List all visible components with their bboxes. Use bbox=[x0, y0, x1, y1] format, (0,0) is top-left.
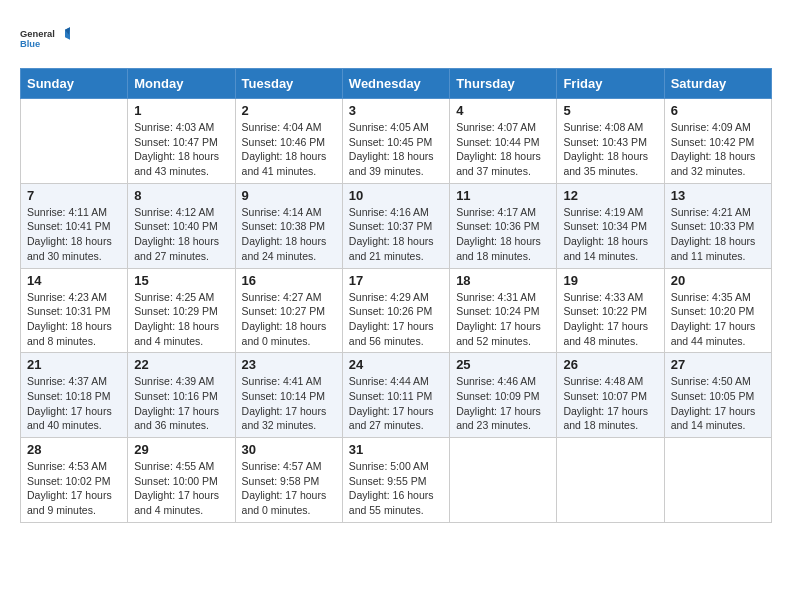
calendar-cell: 16Sunrise: 4:27 AM Sunset: 10:27 PM Dayl… bbox=[235, 268, 342, 353]
day-number: 12 bbox=[563, 188, 657, 203]
day-info: Sunrise: 4:27 AM Sunset: 10:27 PM Daylig… bbox=[242, 290, 336, 349]
week-row-1: 1Sunrise: 4:03 AM Sunset: 10:47 PM Dayli… bbox=[21, 99, 772, 184]
day-number: 11 bbox=[456, 188, 550, 203]
day-number: 13 bbox=[671, 188, 765, 203]
calendar-cell: 25Sunrise: 4:46 AM Sunset: 10:09 PM Dayl… bbox=[450, 353, 557, 438]
weekday-header-thursday: Thursday bbox=[450, 69, 557, 99]
day-info: Sunrise: 4:23 AM Sunset: 10:31 PM Daylig… bbox=[27, 290, 121, 349]
day-number: 14 bbox=[27, 273, 121, 288]
day-info: Sunrise: 4:11 AM Sunset: 10:41 PM Daylig… bbox=[27, 205, 121, 264]
week-row-3: 14Sunrise: 4:23 AM Sunset: 10:31 PM Dayl… bbox=[21, 268, 772, 353]
calendar-cell: 13Sunrise: 4:21 AM Sunset: 10:33 PM Dayl… bbox=[664, 183, 771, 268]
day-number: 4 bbox=[456, 103, 550, 118]
day-number: 9 bbox=[242, 188, 336, 203]
calendar-cell: 8Sunrise: 4:12 AM Sunset: 10:40 PM Dayli… bbox=[128, 183, 235, 268]
day-number: 19 bbox=[563, 273, 657, 288]
calendar-cell: 7Sunrise: 4:11 AM Sunset: 10:41 PM Dayli… bbox=[21, 183, 128, 268]
weekday-header-sunday: Sunday bbox=[21, 69, 128, 99]
calendar-cell: 2Sunrise: 4:04 AM Sunset: 10:46 PM Dayli… bbox=[235, 99, 342, 184]
day-number: 16 bbox=[242, 273, 336, 288]
calendar-cell: 10Sunrise: 4:16 AM Sunset: 10:37 PM Dayl… bbox=[342, 183, 449, 268]
day-info: Sunrise: 4:19 AM Sunset: 10:34 PM Daylig… bbox=[563, 205, 657, 264]
weekday-header-wednesday: Wednesday bbox=[342, 69, 449, 99]
day-info: Sunrise: 4:48 AM Sunset: 10:07 PM Daylig… bbox=[563, 374, 657, 433]
day-info: Sunrise: 4:41 AM Sunset: 10:14 PM Daylig… bbox=[242, 374, 336, 433]
calendar-cell bbox=[450, 438, 557, 523]
day-number: 10 bbox=[349, 188, 443, 203]
day-info: Sunrise: 4:29 AM Sunset: 10:26 PM Daylig… bbox=[349, 290, 443, 349]
day-number: 15 bbox=[134, 273, 228, 288]
calendar-cell bbox=[21, 99, 128, 184]
day-number: 20 bbox=[671, 273, 765, 288]
calendar-cell: 27Sunrise: 4:50 AM Sunset: 10:05 PM Dayl… bbox=[664, 353, 771, 438]
day-number: 2 bbox=[242, 103, 336, 118]
calendar-cell: 18Sunrise: 4:31 AM Sunset: 10:24 PM Dayl… bbox=[450, 268, 557, 353]
logo: General Blue bbox=[20, 20, 70, 58]
calendar-cell: 9Sunrise: 4:14 AM Sunset: 10:38 PM Dayli… bbox=[235, 183, 342, 268]
day-info: Sunrise: 4:21 AM Sunset: 10:33 PM Daylig… bbox=[671, 205, 765, 264]
day-info: Sunrise: 4:14 AM Sunset: 10:38 PM Daylig… bbox=[242, 205, 336, 264]
calendar-cell: 31Sunrise: 5:00 AM Sunset: 9:55 PM Dayli… bbox=[342, 438, 449, 523]
day-info: Sunrise: 4:55 AM Sunset: 10:00 PM Daylig… bbox=[134, 459, 228, 518]
day-number: 23 bbox=[242, 357, 336, 372]
day-info: Sunrise: 4:17 AM Sunset: 10:36 PM Daylig… bbox=[456, 205, 550, 264]
day-info: Sunrise: 4:16 AM Sunset: 10:37 PM Daylig… bbox=[349, 205, 443, 264]
day-info: Sunrise: 4:31 AM Sunset: 10:24 PM Daylig… bbox=[456, 290, 550, 349]
day-number: 18 bbox=[456, 273, 550, 288]
calendar-cell: 6Sunrise: 4:09 AM Sunset: 10:42 PM Dayli… bbox=[664, 99, 771, 184]
day-info: Sunrise: 4:37 AM Sunset: 10:18 PM Daylig… bbox=[27, 374, 121, 433]
calendar-cell bbox=[664, 438, 771, 523]
weekday-header-saturday: Saturday bbox=[664, 69, 771, 99]
calendar-cell: 26Sunrise: 4:48 AM Sunset: 10:07 PM Dayl… bbox=[557, 353, 664, 438]
day-number: 30 bbox=[242, 442, 336, 457]
calendar-cell: 29Sunrise: 4:55 AM Sunset: 10:00 PM Dayl… bbox=[128, 438, 235, 523]
day-info: Sunrise: 4:57 AM Sunset: 9:58 PM Dayligh… bbox=[242, 459, 336, 518]
day-info: Sunrise: 5:00 AM Sunset: 9:55 PM Dayligh… bbox=[349, 459, 443, 518]
day-number: 17 bbox=[349, 273, 443, 288]
week-row-2: 7Sunrise: 4:11 AM Sunset: 10:41 PM Dayli… bbox=[21, 183, 772, 268]
calendar-cell: 3Sunrise: 4:05 AM Sunset: 10:45 PM Dayli… bbox=[342, 99, 449, 184]
calendar-cell: 30Sunrise: 4:57 AM Sunset: 9:58 PM Dayli… bbox=[235, 438, 342, 523]
week-row-4: 21Sunrise: 4:37 AM Sunset: 10:18 PM Dayl… bbox=[21, 353, 772, 438]
weekday-header-tuesday: Tuesday bbox=[235, 69, 342, 99]
day-number: 6 bbox=[671, 103, 765, 118]
calendar-cell: 19Sunrise: 4:33 AM Sunset: 10:22 PM Dayl… bbox=[557, 268, 664, 353]
calendar-cell: 24Sunrise: 4:44 AM Sunset: 10:11 PM Dayl… bbox=[342, 353, 449, 438]
day-number: 7 bbox=[27, 188, 121, 203]
day-info: Sunrise: 4:46 AM Sunset: 10:09 PM Daylig… bbox=[456, 374, 550, 433]
calendar-table: SundayMondayTuesdayWednesdayThursdayFrid… bbox=[20, 68, 772, 523]
calendar-cell: 4Sunrise: 4:07 AM Sunset: 10:44 PM Dayli… bbox=[450, 99, 557, 184]
calendar-cell: 1Sunrise: 4:03 AM Sunset: 10:47 PM Dayli… bbox=[128, 99, 235, 184]
day-number: 1 bbox=[134, 103, 228, 118]
day-info: Sunrise: 4:05 AM Sunset: 10:45 PM Daylig… bbox=[349, 120, 443, 179]
calendar-cell: 28Sunrise: 4:53 AM Sunset: 10:02 PM Dayl… bbox=[21, 438, 128, 523]
day-number: 24 bbox=[349, 357, 443, 372]
calendar-cell: 23Sunrise: 4:41 AM Sunset: 10:14 PM Dayl… bbox=[235, 353, 342, 438]
calendar-cell: 20Sunrise: 4:35 AM Sunset: 10:20 PM Dayl… bbox=[664, 268, 771, 353]
svg-text:General: General bbox=[20, 29, 55, 39]
calendar-cell: 11Sunrise: 4:17 AM Sunset: 10:36 PM Dayl… bbox=[450, 183, 557, 268]
logo-svg: General Blue bbox=[20, 20, 70, 58]
weekday-header-row: SundayMondayTuesdayWednesdayThursdayFrid… bbox=[21, 69, 772, 99]
weekday-header-monday: Monday bbox=[128, 69, 235, 99]
calendar-cell bbox=[557, 438, 664, 523]
day-info: Sunrise: 4:12 AM Sunset: 10:40 PM Daylig… bbox=[134, 205, 228, 264]
day-info: Sunrise: 4:04 AM Sunset: 10:46 PM Daylig… bbox=[242, 120, 336, 179]
day-info: Sunrise: 4:33 AM Sunset: 10:22 PM Daylig… bbox=[563, 290, 657, 349]
calendar-cell: 12Sunrise: 4:19 AM Sunset: 10:34 PM Dayl… bbox=[557, 183, 664, 268]
day-info: Sunrise: 4:50 AM Sunset: 10:05 PM Daylig… bbox=[671, 374, 765, 433]
weekday-header-friday: Friday bbox=[557, 69, 664, 99]
day-number: 22 bbox=[134, 357, 228, 372]
day-info: Sunrise: 4:08 AM Sunset: 10:43 PM Daylig… bbox=[563, 120, 657, 179]
week-row-5: 28Sunrise: 4:53 AM Sunset: 10:02 PM Dayl… bbox=[21, 438, 772, 523]
day-number: 3 bbox=[349, 103, 443, 118]
day-number: 21 bbox=[27, 357, 121, 372]
day-info: Sunrise: 4:07 AM Sunset: 10:44 PM Daylig… bbox=[456, 120, 550, 179]
day-info: Sunrise: 4:44 AM Sunset: 10:11 PM Daylig… bbox=[349, 374, 443, 433]
calendar-cell: 17Sunrise: 4:29 AM Sunset: 10:26 PM Dayl… bbox=[342, 268, 449, 353]
svg-text:Blue: Blue bbox=[20, 39, 40, 49]
day-number: 29 bbox=[134, 442, 228, 457]
header: General Blue bbox=[20, 20, 772, 58]
day-info: Sunrise: 4:53 AM Sunset: 10:02 PM Daylig… bbox=[27, 459, 121, 518]
day-number: 8 bbox=[134, 188, 228, 203]
